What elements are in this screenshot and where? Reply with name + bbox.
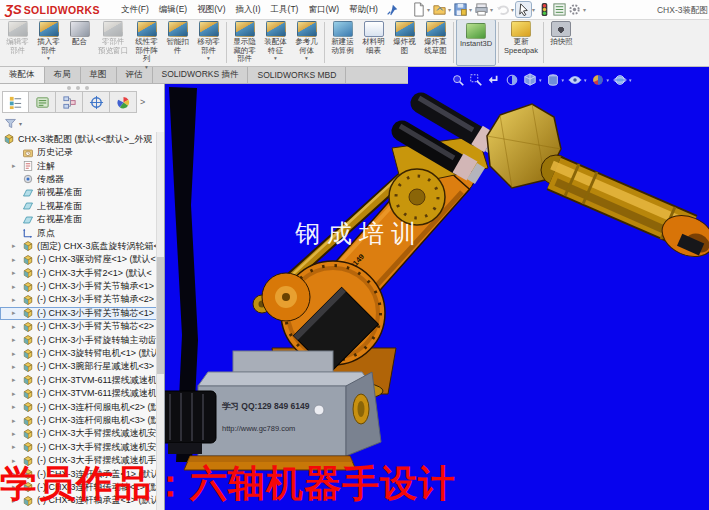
expand-arrow-icon[interactable]: ▸ bbox=[12, 443, 19, 451]
mate-button[interactable]: 配合 bbox=[64, 19, 95, 66]
hide-show-items-icon[interactable] bbox=[568, 73, 582, 87]
tab-布局[interactable]: 布局 bbox=[45, 67, 81, 83]
previous-view-icon[interactable] bbox=[487, 73, 501, 87]
dropdown-caret-icon[interactable]: ▾ bbox=[583, 6, 586, 13]
task-pane-icon[interactable] bbox=[552, 2, 567, 17]
tree-item[interactable]: ▸ (-) CHX-3小手臂关节轴承<1> bbox=[0, 280, 157, 293]
pin-icon[interactable] bbox=[385, 3, 399, 17]
rebuild-icon[interactable] bbox=[537, 2, 552, 17]
tree-item[interactable]: ▸ (-) CHX-3小手臂旋转轴主动齿 bbox=[0, 333, 157, 346]
expand-arrow-icon[interactable]: ▸ bbox=[12, 430, 19, 438]
menu-item-插入[interactable]: 插入(I) bbox=[231, 1, 266, 19]
tab-SOLIDWORKS 插件[interactable]: SOLIDWORKS 插件 bbox=[153, 67, 249, 83]
reference-geometry-button[interactable]: 参考几何体 ▾ bbox=[291, 19, 322, 66]
tree-item[interactable]: ▸ 原点 bbox=[0, 226, 157, 239]
panel-tab-display-manager[interactable] bbox=[110, 91, 137, 113]
expand-arrow-icon[interactable]: ▸ bbox=[12, 283, 19, 291]
new-motion-study-button[interactable]: 新建运动算例 bbox=[327, 19, 358, 66]
tree-item[interactable]: ▸ 注解 bbox=[0, 159, 157, 172]
edit-appearance-icon[interactable] bbox=[591, 73, 605, 87]
tree-item[interactable]: ▸ (-) CHX-3小手臂关节轴承<2> bbox=[0, 293, 157, 306]
dropdown-caret-icon[interactable]: ▾ bbox=[562, 77, 565, 83]
show-hidden-button[interactable]: 显示隐藏的零部件 bbox=[229, 19, 260, 66]
tree-item[interactable]: ▸ (-) CHX-3大手臂摆线减速机安 bbox=[0, 441, 157, 454]
robot-model[interactable]: 钢成培训QQ:129 849 6149 http://www.gc789.com bbox=[165, 98, 709, 470]
expand-arrow-icon[interactable]: ▸ bbox=[12, 350, 19, 358]
tree-item[interactable]: ▸ (-) CHX-3TVM-611摆线减速机 bbox=[0, 374, 157, 387]
update-speedpak-button[interactable]: 更新Speedpak bbox=[501, 19, 541, 66]
menu-item-窗口[interactable]: 窗口(W) bbox=[303, 1, 344, 19]
edit-component-button[interactable]: 编辑零部件 bbox=[2, 19, 33, 66]
undo-icon[interactable] bbox=[495, 2, 510, 17]
zoom-area-icon[interactable] bbox=[469, 73, 483, 87]
menu-item-视图[interactable]: 视图(V) bbox=[192, 1, 230, 19]
panel-tab-property-manager[interactable] bbox=[29, 91, 56, 113]
dropdown-caret-icon[interactable]: ▾ bbox=[427, 6, 430, 13]
save-icon[interactable] bbox=[453, 2, 468, 17]
menu-item-工具[interactable]: 工具(T) bbox=[266, 1, 304, 19]
expand-arrow-icon[interactable]: ▸ bbox=[12, 390, 19, 398]
dropdown-caret-icon[interactable]: ▾ bbox=[490, 6, 493, 13]
dropdown-caret-icon[interactable]: ▾ bbox=[448, 6, 451, 13]
expand-arrow-icon[interactable]: ▸ bbox=[12, 269, 19, 277]
tree-item[interactable]: ▸ (-) CHX-3连杆伺服电机<3> (默 bbox=[0, 414, 157, 427]
view-settings-icon[interactable] bbox=[613, 73, 627, 87]
tree-item[interactable]: ▸ (-) CHX-3大手臂摆线减速机安 bbox=[0, 427, 157, 440]
expand-arrow-icon[interactable]: ▸ bbox=[12, 242, 19, 250]
explode-line-sketch-button[interactable]: 爆炸直线草图 bbox=[420, 19, 451, 66]
dropdown-caret-icon[interactable]: ▾ bbox=[539, 77, 542, 83]
tree-item[interactable]: ▸ (固定) CHX-3底盘旋转涡轮箱< bbox=[0, 240, 157, 253]
linear-pattern-button[interactable]: 线性零部件阵列 ▾ bbox=[131, 19, 162, 66]
panel-tab-dimxpert-manager[interactable] bbox=[83, 91, 110, 113]
tab-SOLIDWORKS MBD[interactable]: SOLIDWORKS MBD bbox=[248, 67, 346, 83]
panel-tab-configuration-manager[interactable] bbox=[56, 91, 83, 113]
exploded-view-button[interactable]: 爆炸视图 bbox=[389, 19, 420, 66]
tree-item[interactable]: ▸ (-) CHX-3腕部行星减速机<3> bbox=[0, 360, 157, 373]
tree-item[interactable]: ▸ (-) CHX-3驱动臂座<1> (默认< bbox=[0, 253, 157, 266]
new-file-icon[interactable] bbox=[411, 2, 426, 17]
expand-arrow-icon[interactable]: ▸ bbox=[12, 323, 19, 331]
tab-草图[interactable]: 草图 bbox=[81, 67, 117, 83]
open-icon[interactable] bbox=[432, 2, 447, 17]
expand-arrow-icon[interactable]: ▸ bbox=[12, 309, 19, 317]
tree-item[interactable]: ▸ (-) CHX-3TVM-611摆线减速机 bbox=[0, 387, 157, 400]
assembly-features-button[interactable]: 装配体特征 ▾ bbox=[260, 19, 291, 66]
filter-funnel-icon[interactable] bbox=[4, 117, 17, 130]
dropdown-caret-icon[interactable]: ▾ bbox=[469, 6, 472, 13]
tree-scrollbar-thumb[interactable] bbox=[157, 257, 164, 374]
panel-tab-feature-manager[interactable] bbox=[2, 91, 29, 113]
menu-item-编辑[interactable]: 编辑(E) bbox=[154, 1, 192, 19]
panel-tabs-overflow[interactable]: > bbox=[137, 97, 148, 107]
tree-item[interactable]: ▸ 上视基准面 bbox=[0, 200, 157, 213]
tree-item[interactable]: ▸ 传感器 bbox=[0, 173, 157, 186]
insert-component-button[interactable]: 插入零部件 ▾ bbox=[33, 19, 64, 66]
menu-item-帮助[interactable]: 帮助(H) bbox=[344, 1, 383, 19]
filter-caret-icon[interactable]: ▾ bbox=[19, 120, 22, 127]
display-style-icon[interactable] bbox=[546, 73, 560, 87]
bom-button[interactable]: 材料明细表 bbox=[358, 19, 389, 66]
tree-item[interactable]: ▸ 历史记录 bbox=[0, 146, 157, 159]
expand-arrow-icon[interactable]: ▸ bbox=[12, 336, 19, 344]
print-icon[interactable] bbox=[474, 2, 489, 17]
dropdown-caret-icon[interactable]: ▾ bbox=[584, 77, 587, 83]
instant3d-button[interactable]: Instant3D bbox=[456, 19, 496, 66]
tree-item[interactable]: ▸ (-) CHX-3连杆伺服电机<2> (默 bbox=[0, 400, 157, 413]
expand-arrow-icon[interactable]: ▸ bbox=[12, 376, 19, 384]
component-preview-button[interactable]: 零部件预览窗口 bbox=[95, 19, 131, 66]
graphics-viewport[interactable]: 钢成培训QQ:129 849 6149 http://www.gc789.com bbox=[165, 67, 709, 510]
select-cursor-icon[interactable] bbox=[516, 2, 531, 17]
dropdown-caret-icon[interactable]: ▾ bbox=[629, 77, 632, 83]
tree-filter[interactable]: ▾ bbox=[4, 117, 22, 130]
panel-splitter-handle[interactable] bbox=[76, 86, 80, 90]
options-gear-icon[interactable] bbox=[567, 2, 582, 17]
take-snapshot-button[interactable]: 拍快照 bbox=[546, 19, 577, 66]
tree-item[interactable]: ▸ (-) CHX-3旋转臂电机<1> (默认 bbox=[0, 347, 157, 360]
tree-item[interactable]: ▸ (-) CHX-3大手臂2<1> (默认< bbox=[0, 267, 157, 280]
smart-fasteners-button[interactable]: 智能扣件 bbox=[162, 19, 193, 66]
view-orientation-icon[interactable] bbox=[523, 73, 537, 87]
tab-装配体[interactable]: 装配体 bbox=[0, 67, 45, 83]
menu-item-文件[interactable]: 文件(F) bbox=[116, 1, 154, 19]
expand-arrow-icon[interactable]: ▸ bbox=[12, 363, 19, 371]
tree-root-item[interactable]: CHX-3装配图 (默认<<默认>_外观 bbox=[0, 132, 157, 146]
zoom-fit-icon[interactable] bbox=[451, 73, 465, 87]
